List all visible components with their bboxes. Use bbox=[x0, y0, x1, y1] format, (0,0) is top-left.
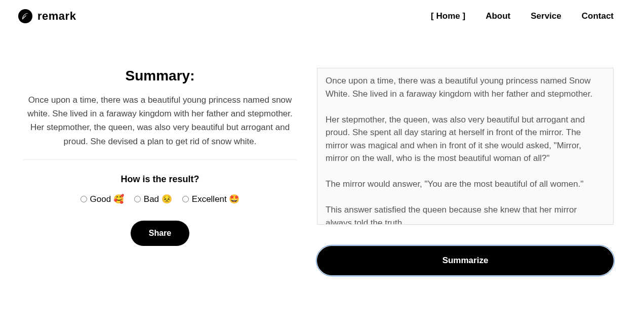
input-panel: Summarize bbox=[317, 68, 614, 275]
brand-name: remark bbox=[37, 10, 76, 23]
main-content: Summary: Once upon a time, there was a b… bbox=[0, 32, 644, 275]
source-textarea[interactable] bbox=[317, 68, 614, 225]
option-excellent-label: Excellent 🤩 bbox=[192, 194, 240, 204]
logo[interactable]: remark bbox=[18, 9, 76, 23]
radio-good[interactable] bbox=[80, 196, 87, 202]
header: remark Home About Service Contact bbox=[0, 0, 644, 32]
option-excellent[interactable]: Excellent 🤩 bbox=[182, 194, 240, 204]
main-nav: Home About Service Contact bbox=[431, 11, 614, 21]
summary-title: Summary: bbox=[23, 68, 297, 84]
summarize-button[interactable]: Summarize bbox=[317, 246, 614, 275]
nav-contact[interactable]: Contact bbox=[582, 11, 614, 21]
feedback-question: How is the result? bbox=[23, 174, 297, 185]
option-good[interactable]: Good 🥰 bbox=[80, 194, 124, 204]
nav-about[interactable]: About bbox=[486, 11, 510, 21]
summary-panel: Summary: Once upon a time, there was a b… bbox=[18, 68, 302, 275]
share-button[interactable]: Share bbox=[131, 221, 189, 246]
summary-text: Once upon a time, there was a beautiful … bbox=[23, 93, 297, 160]
feedback-options: Good 🥰 Bad 😣 Excellent 🤩 bbox=[23, 194, 297, 204]
feather-icon bbox=[18, 9, 32, 23]
radio-bad[interactable] bbox=[134, 196, 141, 202]
option-bad[interactable]: Bad 😣 bbox=[134, 194, 172, 204]
option-good-label: Good 🥰 bbox=[90, 194, 124, 204]
radio-excellent[interactable] bbox=[182, 196, 189, 202]
option-bad-label: Bad 😣 bbox=[144, 194, 172, 204]
nav-service[interactable]: Service bbox=[531, 11, 561, 21]
nav-home[interactable]: Home bbox=[431, 11, 465, 21]
